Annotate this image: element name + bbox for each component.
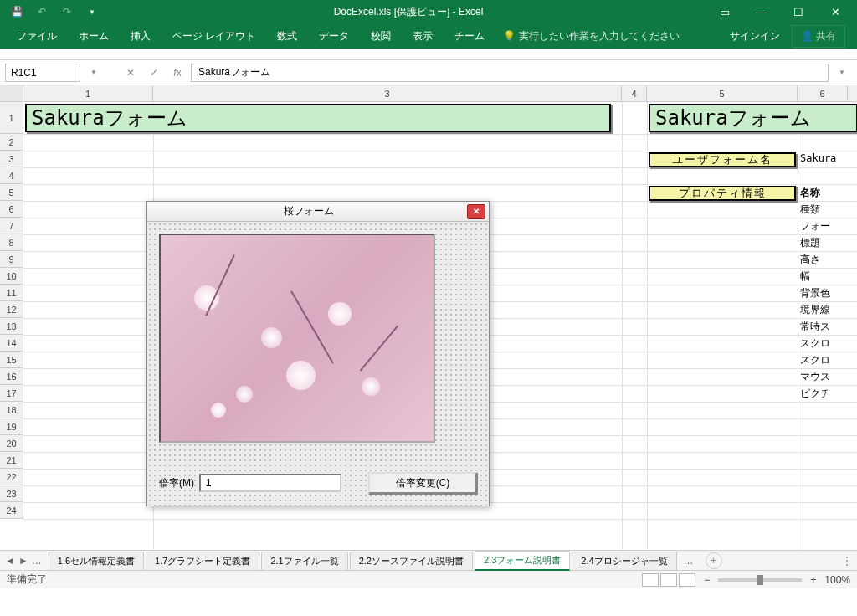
ratio-input[interactable]	[199, 474, 341, 492]
fx-icon[interactable]: fx	[167, 64, 187, 82]
userform-label-cell[interactable]: ユーザフォーム名	[649, 152, 796, 167]
formula-input[interactable]	[191, 64, 829, 82]
row-header[interactable]: 5	[0, 184, 23, 201]
save-icon[interactable]: 💾	[5, 2, 28, 22]
pagelayout-view-icon[interactable]	[660, 573, 677, 587]
row-header[interactable]: 9	[0, 251, 23, 268]
dialog-titlebar[interactable]: 桜フォーム ✕	[147, 202, 489, 222]
cell[interactable]: スクロ	[800, 336, 830, 351]
zoom-out-icon[interactable]: −	[704, 574, 710, 586]
normal-view-icon[interactable]	[642, 573, 659, 587]
row-header[interactable]: 18	[0, 402, 23, 418]
tab-nav-next-icon[interactable]: ►	[18, 555, 28, 567]
tab-nav-more-icon[interactable]: …	[32, 555, 42, 567]
redo-icon[interactable]: ↷	[55, 2, 79, 22]
signin-link[interactable]: サインイン	[720, 29, 790, 44]
row-header[interactable]: 6	[0, 201, 23, 218]
tab-scroll-icon[interactable]: ⋮	[842, 555, 852, 567]
cell[interactable]: 標題	[800, 236, 820, 250]
title-cell-right[interactable]: Sakuraフォーム	[649, 104, 857, 132]
col-header[interactable]: 5	[647, 85, 798, 101]
zoom-level[interactable]: 100%	[824, 574, 850, 586]
cell[interactable]: 幅	[800, 270, 810, 284]
cell[interactable]: 種類	[800, 203, 820, 217]
tellme-box[interactable]: 💡 実行したい作業を入力してください	[503, 29, 680, 44]
tab-nav-prev-icon[interactable]: ◄	[5, 555, 15, 567]
title-cell-left[interactable]: Sakuraフォーム	[25, 104, 611, 132]
col-header[interactable]: 1	[23, 85, 153, 101]
zoom-slider[interactable]	[718, 578, 802, 582]
row-header[interactable]: 23	[0, 485, 23, 502]
tab-data[interactable]: データ	[309, 24, 359, 49]
tab-home[interactable]: ホーム	[69, 24, 119, 49]
sheet-tab[interactable]: 2.2ソースファイル説明書	[350, 552, 473, 570]
select-all-corner[interactable]	[0, 85, 23, 101]
cell[interactable]: フォー	[800, 219, 830, 234]
zoom-in-icon[interactable]: +	[810, 574, 816, 586]
name-box[interactable]	[5, 64, 80, 82]
row-header[interactable]: 24	[0, 502, 23, 519]
cancel-formula-icon[interactable]: ✕	[121, 64, 141, 82]
row-header[interactable]: 12	[0, 301, 23, 318]
dialog-close-icon[interactable]: ✕	[467, 204, 485, 219]
ratio-change-button[interactable]: 倍率変更(C)	[368, 472, 477, 494]
cell[interactable]: 背景色	[800, 286, 830, 300]
cell[interactable]: スクロ	[800, 353, 830, 367]
close-icon[interactable]: ✕	[819, 2, 852, 22]
row-header[interactable]: 15	[0, 352, 23, 368]
tab-pagelayout[interactable]: ページ レイアウト	[162, 24, 265, 49]
cell[interactable]: 名称	[800, 186, 820, 200]
cell[interactable]: 常時ス	[800, 320, 830, 334]
sheet-tab[interactable]: 2.4プロシージャ一覧	[572, 552, 676, 570]
sheet-tab[interactable]: 1.6セル情報定義書	[49, 552, 144, 570]
row-header[interactable]: 7	[0, 218, 23, 234]
col-header[interactable]: 3	[153, 85, 622, 101]
tab-view[interactable]: 表示	[403, 24, 443, 49]
row-header[interactable]: 4	[0, 167, 23, 184]
cell[interactable]: ピクチ	[800, 387, 830, 401]
row-header[interactable]: 19	[0, 418, 23, 435]
ribbon-options-icon[interactable]: ▭	[708, 2, 742, 22]
accept-formula-icon[interactable]: ✓	[144, 64, 164, 82]
cell[interactable]: 境界線	[800, 303, 830, 317]
maximize-icon[interactable]: ☐	[782, 2, 815, 22]
row-header[interactable]: 22	[0, 469, 23, 485]
row-header[interactable]: 17	[0, 385, 23, 402]
row-header[interactable]: 13	[0, 318, 23, 335]
row-header[interactable]: 21	[0, 452, 23, 469]
col-header[interactable]: 4	[622, 85, 647, 101]
row-header[interactable]: 2	[0, 134, 23, 151]
tab-formulas[interactable]: 数式	[267, 24, 307, 49]
col-header[interactable]: 6	[798, 85, 848, 101]
expand-formula-icon[interactable]: ▼	[832, 64, 852, 82]
pagebreak-view-icon[interactable]	[679, 573, 695, 587]
minimize-icon[interactable]: —	[745, 2, 778, 22]
cell[interactable]: マウス	[800, 370, 830, 384]
row-header[interactable]: 20	[0, 435, 23, 452]
undo-icon[interactable]: ↶	[30, 2, 54, 22]
sakura-dialog[interactable]: 桜フォーム ✕ 倍率(M) 倍率変更(C)	[146, 201, 490, 506]
tab-review[interactable]: 校閲	[361, 24, 401, 49]
sheet-tab-active[interactable]: 2.3フォーム説明書	[475, 551, 570, 571]
property-label-cell[interactable]: プロパティ情報	[649, 186, 796, 201]
row-header[interactable]: 3	[0, 151, 23, 167]
qat-dropdown-icon[interactable]: ▼	[80, 2, 104, 22]
sheet-tab[interactable]: 2.1ファイル一覧	[261, 552, 347, 570]
tab-file[interactable]: ファイル	[7, 24, 67, 49]
view-buttons	[642, 573, 695, 587]
row-header[interactable]: 16	[0, 368, 23, 385]
row-header[interactable]: 11	[0, 285, 23, 301]
row-header[interactable]: 10	[0, 268, 23, 285]
namebox-dropdown-icon[interactable]: ▼	[84, 64, 104, 82]
row-header[interactable]: 8	[0, 234, 23, 251]
tab-team[interactable]: チーム	[444, 24, 495, 49]
row-header[interactable]: 14	[0, 335, 23, 352]
cell[interactable]: 高さ	[800, 253, 820, 267]
share-button[interactable]: 👤 共有	[792, 25, 845, 48]
add-sheet-icon[interactable]: +	[706, 552, 722, 569]
tab-insert[interactable]: 挿入	[121, 24, 161, 49]
sheet-tab[interactable]: 1.7グラフシート定義書	[146, 552, 259, 570]
cell[interactable]: Sakura	[800, 152, 836, 164]
tab-overflow-icon[interactable]: …	[679, 555, 699, 567]
row-header[interactable]: 1	[0, 102, 23, 134]
